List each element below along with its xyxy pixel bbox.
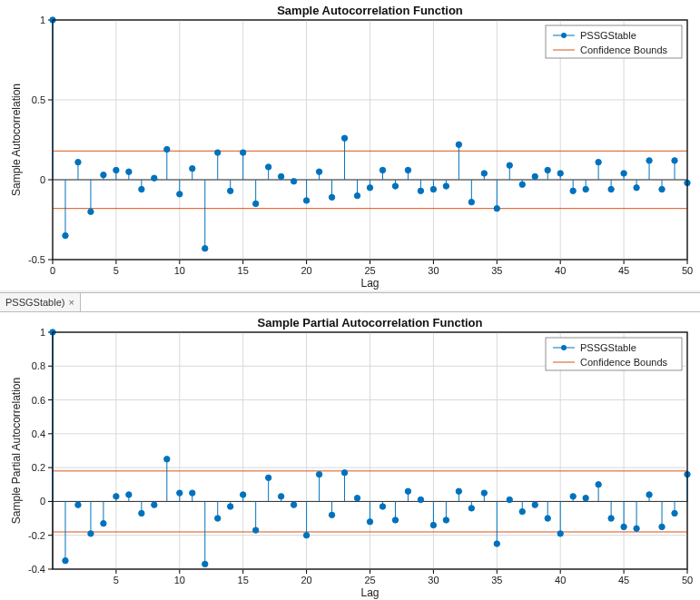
stem-marker (621, 524, 626, 529)
stem-marker (316, 471, 321, 477)
stem-marker (367, 519, 372, 525)
stem-marker (494, 541, 499, 546)
stem-marker (228, 188, 233, 193)
stem-marker (303, 198, 309, 203)
stem-marker (545, 167, 550, 172)
stem-marker (468, 506, 474, 511)
svg-text:0: 0 (40, 496, 45, 507)
pacf-chart-panel: 5101520253035404550-0.4-0.200.20.40.60.8… (0, 312, 700, 600)
svg-text:30: 30 (428, 575, 439, 585)
stem-marker (113, 167, 119, 172)
stem-marker (405, 488, 410, 494)
stem-marker (126, 492, 132, 497)
svg-point-109 (561, 345, 567, 350)
stem-marker (596, 159, 601, 164)
stem-marker (88, 531, 94, 536)
stem-marker (672, 158, 677, 163)
x-axis-label: Lag (360, 277, 379, 290)
y-axis-label: Sample Partial Autocorrelation (10, 378, 23, 524)
stem-marker (113, 494, 119, 499)
stem-marker (202, 245, 208, 251)
stem-marker (456, 142, 461, 147)
stem-marker (430, 186, 436, 192)
stem-marker (659, 186, 665, 192)
stem-marker (392, 517, 398, 523)
stem-marker (557, 531, 563, 536)
stem-marker (596, 482, 601, 487)
svg-text:10: 10 (174, 575, 185, 585)
svg-text:25: 25 (364, 575, 375, 585)
svg-text:1: 1 (40, 15, 45, 25)
stem-marker (139, 510, 144, 516)
stem-marker (430, 522, 436, 527)
stem-marker (252, 201, 258, 206)
svg-text:0.6: 0.6 (32, 395, 45, 406)
stem-marker (621, 171, 626, 176)
stem-marker (519, 508, 525, 514)
stem-marker (88, 209, 94, 214)
stem-marker (101, 172, 106, 178)
stem-marker (164, 457, 170, 462)
stem-marker (139, 186, 144, 192)
stem-marker (456, 488, 461, 494)
stem-marker (241, 150, 246, 155)
stem-marker (634, 526, 639, 531)
svg-text:35: 35 (491, 575, 502, 585)
stem-marker (291, 179, 296, 184)
stem-marker (519, 182, 525, 187)
stem-marker (152, 175, 157, 181)
stem-marker (418, 497, 423, 502)
legend-conf-label: Confidence Bounds (580, 44, 668, 55)
stem-marker (634, 185, 639, 191)
stem-marker (532, 502, 537, 507)
tab-bar: PSSGStable) × (0, 292, 700, 312)
svg-text:1: 1 (40, 327, 45, 338)
svg-text:20: 20 (301, 575, 311, 585)
stem-marker (380, 167, 385, 172)
svg-text:0: 0 (40, 174, 45, 185)
stem-marker (570, 188, 576, 193)
svg-text:15: 15 (238, 265, 249, 276)
stem-marker (215, 150, 221, 155)
stem-marker (228, 504, 233, 509)
svg-text:15: 15 (238, 575, 249, 585)
chart-title: Sample Partial Autocorrelation Function (258, 316, 483, 330)
stem-marker (190, 165, 195, 171)
stem-marker (265, 164, 271, 170)
stem-marker (101, 520, 106, 526)
stem-marker (63, 232, 68, 238)
stem-marker (215, 516, 221, 521)
stem-marker (380, 504, 385, 509)
svg-text:30: 30 (428, 265, 439, 276)
stem-marker (646, 158, 652, 163)
stem-marker (608, 186, 614, 192)
stem-marker (278, 173, 283, 179)
svg-text:10: 10 (174, 265, 185, 276)
stem-marker (63, 557, 68, 563)
stem-marker (316, 169, 321, 174)
stem-marker (341, 470, 347, 476)
stem-marker (265, 475, 271, 480)
stem-marker (443, 517, 449, 523)
svg-text:0.5: 0.5 (32, 94, 45, 105)
stem-marker (202, 561, 208, 566)
stem-marker (329, 194, 334, 200)
stem-marker (672, 510, 677, 516)
stem-marker (278, 494, 283, 499)
svg-text:50: 50 (682, 265, 693, 276)
stem-marker (75, 159, 81, 164)
svg-text:35: 35 (491, 265, 502, 276)
stem-marker (532, 173, 537, 179)
svg-text:40: 40 (555, 575, 566, 585)
stem-marker (494, 205, 499, 211)
svg-text:45: 45 (618, 265, 629, 276)
legend-conf-label: Confidence Bounds (580, 357, 668, 368)
tab-pssgstable[interactable]: PSSGStable) × (0, 293, 81, 311)
stem-marker (177, 192, 182, 197)
stem-marker (481, 490, 487, 496)
svg-text:25: 25 (364, 265, 375, 276)
close-icon[interactable]: × (68, 297, 74, 308)
y-axis-label: Sample Autocorrelation (10, 84, 23, 196)
svg-text:-0.5: -0.5 (28, 254, 45, 265)
stem-marker (152, 502, 157, 507)
